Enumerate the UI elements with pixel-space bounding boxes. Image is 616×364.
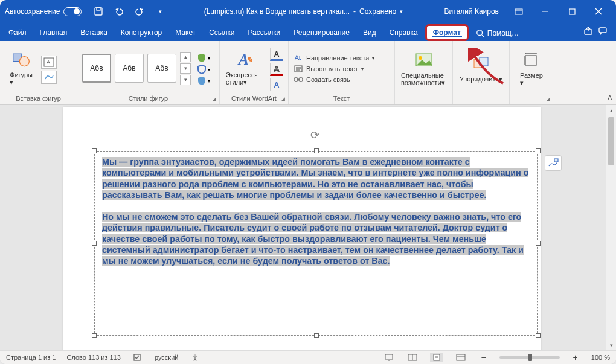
redo-icon[interactable]	[131, 3, 148, 20]
scroll-up-icon[interactable]: ▴	[606, 105, 616, 115]
group-text: AНаправление текста▾ Выровнять текст▾ Со…	[289, 41, 395, 104]
tab-help[interactable]: Справка	[383, 25, 424, 41]
tab-mailings[interactable]: Рассылки	[242, 25, 286, 41]
text-outline-icon[interactable]: A	[270, 63, 283, 76]
shape-style-1[interactable]: Абв	[82, 54, 111, 83]
resize-handle-mr[interactable]	[536, 241, 541, 246]
shapes-button[interactable]: Фигуры▾	[5, 48, 37, 89]
ribbon-display-icon[interactable]	[506, 0, 531, 23]
word-count[interactable]: Слово 113 из 113	[66, 354, 121, 361]
tab-format[interactable]: Формат	[425, 24, 469, 41]
edit-shape-icon[interactable]	[41, 71, 57, 84]
textbox-insert-icon[interactable]: A	[41, 56, 57, 69]
tab-home[interactable]: Главная	[34, 25, 74, 41]
word-window: Автосохранение ▾ (Lumpics.ru) Как в Ворд…	[0, 0, 616, 364]
save-icon[interactable]	[90, 3, 107, 20]
comments-icon[interactable]	[598, 26, 608, 37]
wordart-launcher-icon[interactable]: ◢	[279, 95, 286, 103]
resize-handle-ml[interactable]	[92, 241, 97, 246]
svg-rect-1	[97, 8, 100, 10]
saved-dropdown-icon[interactable]: ▾	[400, 8, 403, 14]
shape-fill-icon[interactable]: ▾	[197, 53, 210, 63]
svg-rect-0	[95, 8, 102, 15]
zoom-value[interactable]: 100 %	[591, 354, 610, 361]
tab-design[interactable]: Конструктор	[115, 25, 168, 41]
text-direction-button[interactable]: AНаправление текста▾	[294, 54, 374, 62]
vertical-scrollbar[interactable]: ▴ ▾	[606, 105, 616, 350]
tab-review[interactable]: Рецензирование	[287, 25, 356, 41]
size-button[interactable]: Размер▾	[515, 48, 548, 89]
qat-dropdown-icon[interactable]: ▾	[152, 3, 168, 20]
shape-style-gallery-nav: ▴ ▾ ▾	[180, 52, 191, 85]
rotate-handle-icon[interactable]: ⟳	[310, 129, 322, 141]
resize-handle-bm[interactable]	[314, 333, 319, 338]
gallery-up-icon[interactable]: ▴	[180, 52, 191, 62]
size-icon	[522, 51, 541, 70]
tab-view[interactable]: Вид	[357, 25, 382, 41]
align-text-button[interactable]: Выровнять текст▾	[294, 65, 374, 73]
user-name[interactable]: Виталий Каиров	[438, 7, 505, 16]
resize-handle-br[interactable]	[536, 333, 541, 338]
express-styles-button[interactable]: A✎ Экспресс-стили▾	[225, 48, 266, 89]
print-layout-icon[interactable]	[430, 353, 443, 362]
textbox-content[interactable]: Мы — группа энтузиастов, одержимых идеей…	[102, 156, 530, 330]
tab-file[interactable]: Файл	[2, 25, 33, 41]
language-status[interactable]: русский	[155, 354, 178, 361]
gallery-down-icon[interactable]: ▾	[180, 63, 191, 74]
create-link-button[interactable]: Создать связь	[294, 75, 374, 84]
share-icon[interactable]	[583, 26, 593, 37]
resize-handle-tl[interactable]	[92, 148, 97, 153]
resize-handle-tr[interactable]	[536, 148, 541, 153]
arrange-icon	[472, 54, 491, 74]
collapse-ribbon-icon[interactable]: ᐱ	[608, 94, 612, 102]
gallery-more-icon[interactable]: ▾	[180, 75, 191, 85]
group-label-insert-shapes: Вставка фигур	[5, 93, 72, 103]
tab-layout[interactable]: Макет	[169, 25, 202, 41]
group-accessibility: Специальные возможности▾	[395, 41, 453, 104]
autosave-toggle[interactable]: Автосохранение	[5, 7, 82, 16]
text-effects-icon[interactable]: A	[270, 78, 283, 91]
layout-options-icon[interactable]	[545, 155, 562, 171]
zoom-slider[interactable]	[499, 356, 560, 359]
zoom-in-icon[interactable]: +	[571, 353, 580, 362]
textbox-shape[interactable]: ⟳ Мы — группа энтузиастов, одержимых иде…	[94, 151, 538, 336]
read-mode-icon[interactable]	[406, 353, 419, 362]
tab-references[interactable]: Ссылки	[203, 25, 240, 41]
undo-icon[interactable]	[111, 3, 127, 20]
accessibility-status-icon[interactable]	[189, 353, 201, 362]
alt-text-button[interactable]: Специальные возможности▾	[400, 48, 448, 89]
shape-style-3[interactable]: Абв	[147, 54, 176, 83]
svg-rect-30	[554, 159, 558, 162]
resize-handle-tm[interactable]	[314, 148, 319, 153]
tab-insert[interactable]: Вставка	[74, 25, 114, 41]
express-styles-label: Экспресс-стили▾	[226, 71, 265, 86]
scroll-thumb[interactable]	[608, 117, 614, 165]
shapes-label: Фигуры▾	[10, 71, 33, 86]
document-title: (Lumpics.ru) Как в Ворде писать вертикал…	[204, 7, 350, 16]
shape-outline-icon[interactable]: ▾	[197, 65, 210, 74]
svg-point-7	[477, 30, 483, 36]
minimize-icon[interactable]	[533, 0, 558, 23]
shape-style-2[interactable]: Абв	[115, 54, 144, 83]
zoom-out-icon[interactable]: −	[478, 353, 488, 362]
tell-me-search[interactable]: Помощ…	[470, 29, 522, 41]
scroll-down-icon[interactable]: ▾	[606, 340, 616, 350]
saved-separator: -	[353, 7, 356, 16]
zoom-slider-thumb[interactable]	[528, 354, 532, 361]
maximize-icon[interactable]	[559, 0, 585, 23]
resize-handle-bl[interactable]	[92, 333, 97, 338]
web-layout-icon[interactable]	[454, 353, 467, 362]
shape-effects-icon[interactable]: ▾	[197, 76, 210, 86]
display-settings-icon[interactable]	[383, 353, 395, 362]
svg-rect-26	[480, 57, 488, 66]
size-launcher-icon[interactable]: ◢	[544, 95, 551, 103]
shape-styles-launcher-icon[interactable]: ◢	[210, 95, 217, 103]
spellcheck-icon[interactable]	[132, 353, 144, 362]
group-label-shape-styles: Стили фигур	[82, 93, 214, 103]
text-fill-icon[interactable]: A	[270, 48, 283, 61]
group-shape-styles: Абв Абв Абв ▴ ▾ ▾ ▾ ▾ ▾ Стили фигур ◢	[77, 41, 220, 104]
close-icon[interactable]	[586, 0, 611, 23]
shapes-icon	[11, 50, 31, 69]
arrange-button[interactable]: Упорядочить▾	[458, 52, 504, 86]
page-status[interactable]: Страница 1 из 1	[6, 354, 56, 361]
